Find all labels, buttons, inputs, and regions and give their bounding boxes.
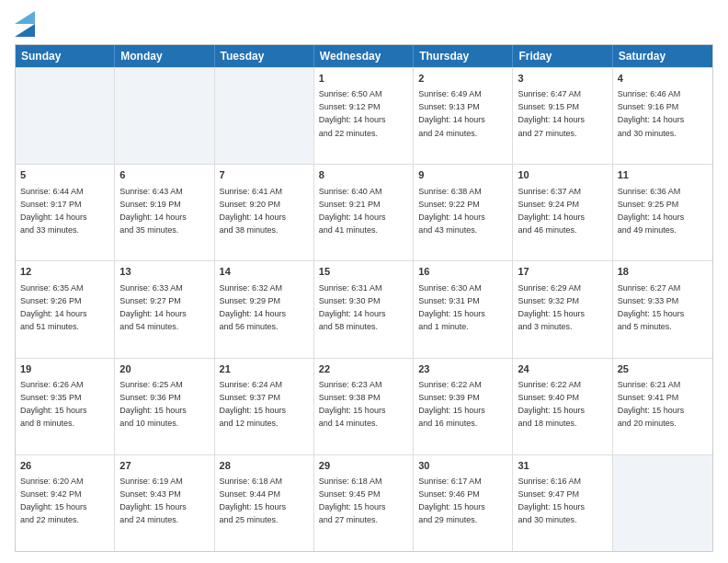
cell-info-text: Sunrise: 6:22 AM Sunset: 9:40 PM Dayligh… (518, 380, 585, 428)
day-number: 18 (618, 265, 708, 279)
calendar-body: 1Sunrise: 6:50 AM Sunset: 9:12 PM Daylig… (16, 67, 712, 551)
day-number: 3 (518, 72, 607, 86)
day-number: 1 (319, 72, 408, 86)
day-number: 7 (220, 168, 309, 182)
calendar-cell: 29Sunrise: 6:18 AM Sunset: 9:45 PM Dayli… (314, 455, 414, 551)
calendar-cell: 17Sunrise: 6:29 AM Sunset: 9:32 PM Dayli… (513, 261, 612, 357)
cell-info-text: Sunrise: 6:25 AM Sunset: 9:36 PM Dayligh… (119, 380, 187, 428)
day-number: 23 (418, 362, 507, 376)
cell-info-text: Sunrise: 6:35 AM Sunset: 9:26 PM Dayligh… (20, 283, 87, 331)
svg-marker-0 (15, 24, 35, 37)
day-number: 27 (119, 459, 209, 473)
cell-info-text: Sunrise: 6:49 AM Sunset: 9:13 PM Dayligh… (418, 89, 485, 137)
day-number: 26 (20, 459, 109, 473)
day-number: 11 (618, 168, 708, 182)
logo (15, 11, 39, 37)
calendar-cell: 31Sunrise: 6:16 AM Sunset: 9:47 PM Dayli… (513, 455, 612, 551)
calendar-header-cell: Wednesday (314, 45, 414, 67)
calendar-cell: 14Sunrise: 6:32 AM Sunset: 9:29 PM Dayli… (215, 261, 314, 357)
calendar-header-cell: Thursday (414, 45, 513, 67)
cell-info-text: Sunrise: 6:30 AM Sunset: 9:31 PM Dayligh… (418, 283, 485, 331)
calendar-row: 26Sunrise: 6:20 AM Sunset: 9:42 PM Dayli… (16, 454, 712, 551)
day-number: 16 (418, 265, 507, 279)
calendar-header-cell: Tuesday (215, 45, 314, 67)
cell-info-text: Sunrise: 6:23 AM Sunset: 9:38 PM Dayligh… (319, 380, 386, 428)
day-number: 15 (319, 265, 408, 279)
calendar-cell: 20Sunrise: 6:25 AM Sunset: 9:36 PM Dayli… (115, 359, 214, 454)
day-number: 4 (618, 72, 708, 86)
cell-info-text: Sunrise: 6:32 AM Sunset: 9:29 PM Dayligh… (220, 283, 287, 331)
calendar-cell: 9Sunrise: 6:38 AM Sunset: 9:22 PM Daylig… (414, 165, 513, 260)
cell-info-text: Sunrise: 6:46 AM Sunset: 9:16 PM Dayligh… (618, 89, 685, 137)
calendar-cell: 4Sunrise: 6:46 AM Sunset: 9:16 PM Daylig… (613, 68, 712, 164)
day-number: 22 (319, 362, 408, 376)
calendar-cell: 5Sunrise: 6:44 AM Sunset: 9:17 PM Daylig… (16, 165, 115, 260)
cell-info-text: Sunrise: 6:16 AM Sunset: 9:47 PM Dayligh… (518, 477, 585, 524)
calendar-cell: 26Sunrise: 6:20 AM Sunset: 9:42 PM Dayli… (16, 455, 115, 551)
calendar-cell: 30Sunrise: 6:17 AM Sunset: 9:46 PM Dayli… (414, 455, 513, 551)
calendar-cell: 8Sunrise: 6:40 AM Sunset: 9:21 PM Daylig… (314, 165, 414, 260)
day-number: 6 (119, 168, 209, 182)
cell-info-text: Sunrise: 6:26 AM Sunset: 9:35 PM Dayligh… (20, 380, 87, 428)
day-number: 5 (20, 168, 109, 182)
cell-info-text: Sunrise: 6:40 AM Sunset: 9:21 PM Dayligh… (319, 187, 386, 235)
calendar-cell: 18Sunrise: 6:27 AM Sunset: 9:33 PM Dayli… (613, 261, 712, 357)
calendar-cell (16, 68, 115, 164)
day-number: 24 (518, 362, 607, 376)
calendar-cell: 23Sunrise: 6:22 AM Sunset: 9:39 PM Dayli… (414, 359, 513, 454)
cell-info-text: Sunrise: 6:18 AM Sunset: 9:45 PM Dayligh… (319, 477, 386, 524)
cell-info-text: Sunrise: 6:41 AM Sunset: 9:20 PM Dayligh… (220, 187, 287, 235)
cell-info-text: Sunrise: 6:19 AM Sunset: 9:43 PM Dayligh… (119, 477, 187, 524)
calendar-cell: 25Sunrise: 6:21 AM Sunset: 9:41 PM Dayli… (613, 359, 712, 454)
cell-info-text: Sunrise: 6:22 AM Sunset: 9:39 PM Dayligh… (418, 380, 485, 428)
calendar-cell: 21Sunrise: 6:24 AM Sunset: 9:37 PM Dayli… (215, 359, 314, 454)
calendar-row: 1Sunrise: 6:50 AM Sunset: 9:12 PM Daylig… (16, 67, 712, 164)
calendar-header-cell: Saturday (613, 45, 712, 67)
calendar-header-cell: Friday (513, 45, 612, 67)
cell-info-text: Sunrise: 6:44 AM Sunset: 9:17 PM Dayligh… (20, 187, 87, 235)
cell-info-text: Sunrise: 6:18 AM Sunset: 9:44 PM Dayligh… (220, 477, 287, 524)
calendar-cell: 7Sunrise: 6:41 AM Sunset: 9:20 PM Daylig… (215, 165, 314, 260)
calendar-cell: 12Sunrise: 6:35 AM Sunset: 9:26 PM Dayli… (16, 261, 115, 357)
cell-info-text: Sunrise: 6:29 AM Sunset: 9:32 PM Dayligh… (518, 283, 585, 331)
calendar-row: 5Sunrise: 6:44 AM Sunset: 9:17 PM Daylig… (16, 164, 712, 260)
calendar-cell: 15Sunrise: 6:31 AM Sunset: 9:30 PM Dayli… (314, 261, 414, 357)
calendar-row: 19Sunrise: 6:26 AM Sunset: 9:35 PM Dayli… (16, 358, 712, 454)
day-number: 30 (418, 459, 507, 473)
calendar-cell: 24Sunrise: 6:22 AM Sunset: 9:40 PM Dayli… (513, 359, 612, 454)
calendar-header-cell: Monday (115, 45, 214, 67)
svg-marker-1 (15, 11, 35, 24)
day-number: 20 (119, 362, 209, 376)
cell-info-text: Sunrise: 6:47 AM Sunset: 9:15 PM Dayligh… (518, 89, 585, 137)
day-number: 29 (319, 459, 408, 473)
calendar-cell: 16Sunrise: 6:30 AM Sunset: 9:31 PM Dayli… (414, 261, 513, 357)
cell-info-text: Sunrise: 6:33 AM Sunset: 9:27 PM Dayligh… (119, 283, 187, 331)
day-number: 21 (220, 362, 309, 376)
calendar-cell: 3Sunrise: 6:47 AM Sunset: 9:15 PM Daylig… (513, 68, 612, 164)
page: SundayMondayTuesdayWednesdayThursdayFrid… (0, 0, 728, 563)
cell-info-text: Sunrise: 6:38 AM Sunset: 9:22 PM Dayligh… (418, 187, 485, 235)
cell-info-text: Sunrise: 6:31 AM Sunset: 9:30 PM Dayligh… (319, 283, 386, 331)
calendar-cell: 10Sunrise: 6:37 AM Sunset: 9:24 PM Dayli… (513, 165, 612, 260)
day-number: 12 (20, 265, 109, 279)
calendar-cell: 1Sunrise: 6:50 AM Sunset: 9:12 PM Daylig… (314, 68, 414, 164)
calendar-cell (613, 455, 712, 551)
cell-info-text: Sunrise: 6:50 AM Sunset: 9:12 PM Dayligh… (319, 89, 386, 137)
cell-info-text: Sunrise: 6:37 AM Sunset: 9:24 PM Dayligh… (518, 187, 585, 235)
day-number: 17 (518, 265, 607, 279)
calendar-cell: 13Sunrise: 6:33 AM Sunset: 9:27 PM Dayli… (115, 261, 214, 357)
calendar-cell: 11Sunrise: 6:36 AM Sunset: 9:25 PM Dayli… (613, 165, 712, 260)
cell-info-text: Sunrise: 6:24 AM Sunset: 9:37 PM Dayligh… (220, 380, 287, 428)
logo-icon (15, 11, 35, 37)
calendar-row: 12Sunrise: 6:35 AM Sunset: 9:26 PM Dayli… (16, 260, 712, 357)
day-number: 13 (119, 265, 209, 279)
calendar-header-row: SundayMondayTuesdayWednesdayThursdayFrid… (16, 45, 712, 67)
day-number: 31 (518, 459, 607, 473)
day-number: 2 (418, 72, 507, 86)
calendar-cell: 2Sunrise: 6:49 AM Sunset: 9:13 PM Daylig… (414, 68, 513, 164)
cell-info-text: Sunrise: 6:27 AM Sunset: 9:33 PM Dayligh… (618, 283, 685, 331)
calendar-cell (115, 68, 214, 164)
day-number: 19 (20, 362, 109, 376)
calendar-cell: 6Sunrise: 6:43 AM Sunset: 9:19 PM Daylig… (115, 165, 214, 260)
calendar-header-cell: Sunday (16, 45, 115, 67)
